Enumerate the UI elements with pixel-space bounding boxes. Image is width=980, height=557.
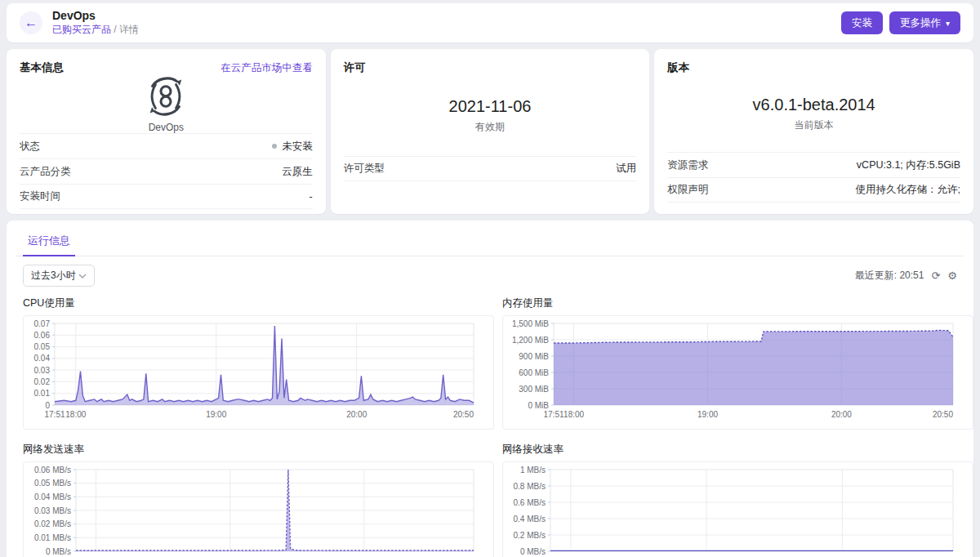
back-arrow-icon: ← bbox=[24, 16, 38, 30]
svg-text:1,500 MiB: 1,500 MiB bbox=[512, 319, 549, 328]
svg-text:0.04: 0.04 bbox=[34, 354, 51, 363]
monitor-controls: 过去3小时 最近更新: 20:51 ⟳ ⚙ bbox=[23, 265, 957, 287]
svg-text:18:00: 18:00 bbox=[65, 410, 86, 419]
caret-down-icon: ▾ bbox=[946, 19, 950, 28]
svg-text:0.05 MB/s: 0.05 MB/s bbox=[34, 479, 71, 488]
info-cards-row: 基本信息 在云产品市场中查看 DevOps bbox=[7, 49, 973, 214]
gear-icon[interactable]: ⚙ bbox=[947, 270, 957, 281]
install-time-label: 安装时间 bbox=[20, 189, 60, 203]
svg-text:300 MiB: 300 MiB bbox=[519, 385, 549, 394]
category-value: 云原生 bbox=[282, 165, 313, 179]
svg-text:0.06 MB/s: 0.06 MB/s bbox=[34, 466, 71, 475]
network-receive-chart-title: 网络接收速率 bbox=[502, 443, 973, 457]
svg-text:19:00: 19:00 bbox=[206, 410, 226, 419]
product-logo-block: DevOps bbox=[20, 75, 313, 133]
svg-text:0.6 MB/s: 0.6 MB/s bbox=[514, 498, 546, 507]
svg-text:0.06: 0.06 bbox=[34, 331, 51, 340]
network-receive-chart-block: 网络接收速率 0 MB/s0.2 MB/s0.4 MB/s0.6 MB/s0.8… bbox=[502, 443, 973, 557]
network-send-chart: 0 MB/s0.01 MB/s0.02 MB/s0.03 MB/s0.04 MB… bbox=[23, 461, 494, 557]
license-expiry-caption: 有效期 bbox=[475, 120, 505, 134]
basic-info-card: 基本信息 在云产品市场中查看 DevOps bbox=[7, 49, 326, 214]
memory-usage-chart-title: 内存使用量 bbox=[502, 296, 973, 310]
status-badge: 未安装 bbox=[282, 140, 313, 154]
version-rows: 资源需求 vCPU:3.1; 内存:5.5GiB 权限声明 使用持久化存储：允许… bbox=[667, 152, 960, 203]
svg-text:0 MiB: 0 MiB bbox=[528, 401, 549, 410]
svg-text:0: 0 bbox=[45, 401, 50, 410]
back-button[interactable]: ← bbox=[20, 11, 42, 34]
top-bar: ← DevOps 已购买云产品 / 详情 安装 更多操作 ▾ bbox=[7, 3, 973, 42]
svg-text:0.02 MB/s: 0.02 MB/s bbox=[34, 519, 71, 528]
cpu-usage-chart: 00.010.020.030.040.050.060.0717:5118:001… bbox=[23, 315, 494, 430]
license-type-row: 许可类型 试用 bbox=[344, 156, 637, 181]
svg-text:20:50: 20:50 bbox=[453, 410, 474, 419]
install-time-value: - bbox=[309, 191, 312, 203]
network-receive-chart: 0 MB/s0.2 MB/s0.4 MB/s0.6 MB/s0.8 MB/s1 … bbox=[502, 461, 973, 557]
basic-info-title: 基本信息 bbox=[20, 60, 64, 75]
page: ← DevOps 已购买云产品 / 详情 安装 更多操作 ▾ 基本信息 bbox=[0, 0, 980, 557]
svg-text:0.01: 0.01 bbox=[34, 389, 51, 398]
svg-text:0.2 MB/s: 0.2 MB/s bbox=[514, 531, 546, 540]
chart-svg: 0 MB/s0.2 MB/s0.4 MB/s0.6 MB/s0.8 MB/s1 … bbox=[503, 462, 973, 557]
svg-text:20:00: 20:00 bbox=[831, 410, 852, 419]
category-label: 云产品分类 bbox=[20, 165, 71, 179]
svg-text:0.02: 0.02 bbox=[34, 377, 51, 386]
svg-text:600 MiB: 600 MiB bbox=[519, 368, 549, 377]
chart-svg: 00.010.020.030.040.050.060.0717:5118:001… bbox=[24, 316, 493, 426]
more-actions-label: 更多操作 bbox=[900, 16, 941, 30]
page-title: DevOps bbox=[52, 9, 139, 22]
current-version-caption: 当前版本 bbox=[795, 118, 834, 132]
memory-usage-chart-block: 内存使用量 0 MiB300 MiB600 MiB900 MiB1,200 Mi… bbox=[502, 296, 973, 430]
license-type-value: 试用 bbox=[616, 162, 636, 176]
breadcrumb-separator: / bbox=[114, 24, 116, 35]
resource-requirements-label: 资源需求 bbox=[667, 158, 708, 172]
tab-bar: 运行信息 bbox=[16, 230, 964, 256]
install-time-row: 安装时间 - bbox=[20, 184, 313, 209]
refresh-icon[interactable]: ⟳ bbox=[931, 270, 940, 281]
cpu-usage-chart-block: CPU使用量 00.010.020.030.040.050.060.0717:5… bbox=[23, 296, 494, 430]
svg-text:0.07: 0.07 bbox=[34, 319, 51, 328]
view-in-marketplace-link[interactable]: 在云产品市场中查看 bbox=[220, 61, 313, 75]
product-name: DevOps bbox=[149, 122, 184, 133]
svg-text:900 MiB: 900 MiB bbox=[519, 352, 549, 361]
breadcrumb-link-purchased-products[interactable]: 已购买云产品 bbox=[52, 24, 111, 35]
chart-svg: 0 MiB300 MiB600 MiB900 MiB1,200 MiB1,500… bbox=[503, 316, 973, 426]
svg-text:17:51: 17:51 bbox=[44, 410, 65, 419]
svg-text:18:00: 18:00 bbox=[564, 410, 584, 419]
time-range-value: 过去3小时 bbox=[31, 269, 76, 283]
install-button[interactable]: 安装 bbox=[841, 11, 883, 34]
chevron-down-icon bbox=[78, 274, 87, 278]
license-type-label: 许可类型 bbox=[344, 162, 385, 176]
title-block: DevOps 已购买云产品 / 详情 bbox=[52, 9, 139, 37]
resource-requirements-value: vCPU:3.1; 内存:5.5GiB bbox=[857, 158, 960, 172]
more-actions-button[interactable]: 更多操作 ▾ bbox=[889, 11, 960, 34]
svg-text:0.4 MB/s: 0.4 MB/s bbox=[514, 515, 546, 524]
last-update-text: 最近更新: 20:51 bbox=[855, 269, 924, 283]
version-card: 版本 v6.0.1-beta.2014 当前版本 资源需求 vCPU:3.1; … bbox=[654, 49, 973, 214]
cpu-usage-chart-title: CPU使用量 bbox=[23, 296, 494, 310]
basic-info-rows: 状态 未安装 云产品分类 云原生 安装时间 - bbox=[20, 133, 313, 209]
runtime-info-card: 运行信息 过去3小时 最近更新: 20:51 ⟳ ⚙ CPU使用量 00.010… bbox=[7, 221, 973, 557]
status-dot-icon bbox=[272, 144, 277, 149]
network-send-chart-title: 网络发送速率 bbox=[23, 443, 494, 457]
svg-text:0.05: 0.05 bbox=[34, 342, 51, 351]
status-value: 未安装 bbox=[272, 140, 313, 154]
svg-text:20:00: 20:00 bbox=[346, 410, 367, 419]
network-send-chart-block: 网络发送速率 0 MB/s0.01 MB/s0.02 MB/s0.03 MB/s… bbox=[23, 443, 494, 557]
svg-text:0.03 MB/s: 0.03 MB/s bbox=[34, 506, 71, 515]
status-row: 状态 未安装 bbox=[20, 133, 313, 158]
svg-text:0 MB/s: 0 MB/s bbox=[46, 547, 71, 556]
resource-requirements-row: 资源需求 vCPU:3.1; 内存:5.5GiB bbox=[667, 152, 960, 177]
tab-runtime-info[interactable]: 运行信息 bbox=[23, 230, 75, 256]
svg-text:17:51: 17:51 bbox=[543, 410, 564, 419]
install-button-label: 安装 bbox=[852, 16, 872, 30]
license-rows: 许可类型 试用 bbox=[344, 156, 637, 181]
permissions-label: 权限声明 bbox=[667, 183, 708, 197]
permissions-row: 权限声明 使用持久化存储：允许; bbox=[667, 177, 960, 203]
topbar-actions: 安装 更多操作 ▾ bbox=[841, 11, 960, 34]
svg-text:1,200 MiB: 1,200 MiB bbox=[512, 336, 549, 345]
time-range-select[interactable]: 过去3小时 bbox=[23, 265, 95, 287]
svg-text:0.03: 0.03 bbox=[34, 366, 51, 375]
charts-grid: CPU使用量 00.010.020.030.040.050.060.0717:5… bbox=[23, 296, 957, 557]
svg-text:0.04 MB/s: 0.04 MB/s bbox=[34, 492, 71, 501]
status-label: 状态 bbox=[20, 140, 40, 154]
